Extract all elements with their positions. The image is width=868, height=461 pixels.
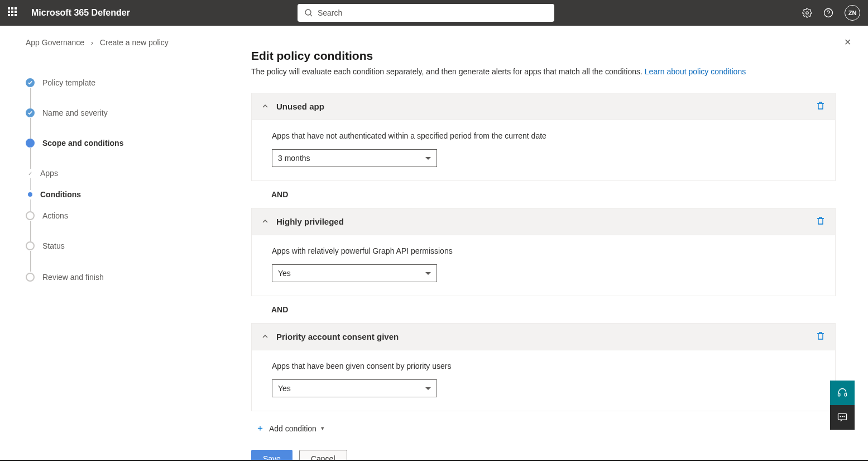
condition-value-select[interactable]: Yes [272, 264, 437, 282]
feedback-icon[interactable] [830, 405, 855, 430]
condition-highly-privileged: Highly privileged Apps with relatively p… [251, 208, 836, 296]
search-icon [304, 8, 313, 17]
condition-priority-consent: Priority account consent given Apps that… [251, 323, 836, 411]
and-separator: AND [251, 181, 836, 208]
svg-point-0 [305, 9, 311, 15]
learn-link[interactable]: Learn about policy conditions [645, 67, 746, 76]
condition-body: Apps that have not authenticated within … [252, 120, 835, 180]
breadcrumb-parent[interactable]: App Governance [26, 38, 84, 47]
step-sub-conditions[interactable]: Conditions [26, 190, 215, 211]
side-float-buttons [830, 381, 855, 430]
step-label: Review and finish [42, 273, 104, 282]
chevron-right-icon: › [91, 39, 93, 47]
delete-icon[interactable] [816, 216, 825, 227]
delete-icon[interactable] [816, 101, 825, 112]
edit-conditions-panel: ✕ Edit policy conditions The policy will… [234, 26, 868, 461]
svg-point-9 [842, 416, 843, 417]
top-header: Microsoft 365 Defender ZN [0, 0, 868, 26]
headset-icon[interactable] [830, 381, 855, 405]
svg-line-1 [310, 15, 312, 16]
condition-desc: Apps with relatively powerful Graph API … [272, 246, 815, 255]
chevron-up-icon[interactable] [262, 102, 268, 111]
settings-icon[interactable] [802, 8, 812, 18]
panel-description: The policy will evaluate each condition … [251, 67, 836, 76]
condition-title: Priority account consent given [276, 332, 399, 341]
help-icon[interactable] [823, 8, 833, 18]
step-label: Name and severity [42, 108, 108, 117]
search-wrap [298, 4, 554, 22]
breadcrumb-current: Create a new policy [100, 38, 169, 47]
step-label: Policy template [42, 78, 95, 87]
app-title: Microsoft 365 Defender [31, 8, 130, 18]
save-button[interactable]: Save [251, 450, 292, 461]
condition-title: Unused app [276, 102, 324, 111]
panel-footer: Save Cancel [251, 450, 836, 461]
condition-unused-app: Unused app Apps that have not authentica… [251, 93, 836, 181]
app-launcher-icon[interactable] [8, 7, 19, 18]
select-value: Yes [278, 384, 291, 393]
svg-rect-5 [838, 393, 840, 396]
add-condition-button[interactable]: ＋ Add condition ▾ [251, 422, 836, 434]
condition-header[interactable]: Unused app [252, 93, 835, 120]
step-label: Status [42, 241, 65, 250]
step-label: Actions [42, 211, 68, 220]
chevron-up-icon[interactable] [262, 332, 268, 341]
condition-body: Apps with relatively powerful Graph API … [252, 235, 835, 296]
step-scope-conditions[interactable]: Scope and conditions [26, 139, 215, 169]
cancel-button[interactable]: Cancel [299, 450, 347, 461]
avatar[interactable]: ZN [845, 5, 860, 21]
condition-header[interactable]: Priority account consent given [252, 324, 835, 350]
panel-description-text: The policy will evaluate each condition … [251, 67, 645, 76]
step-label: Apps [40, 169, 58, 178]
step-status[interactable]: Status [26, 241, 215, 272]
header-right: ZN [802, 5, 860, 21]
svg-point-2 [806, 12, 809, 15]
condition-title: Highly privileged [276, 217, 344, 226]
step-name-severity[interactable]: Name and severity [26, 108, 215, 139]
delete-icon[interactable] [816, 331, 825, 342]
policy-stepper: Policy template Name and severity Scope … [26, 78, 215, 283]
condition-body: Apps that have been given consent by pri… [252, 350, 835, 411]
plus-icon: ＋ [256, 422, 265, 434]
step-label: Scope and conditions [42, 139, 123, 148]
condition-desc: Apps that have been given consent by pri… [272, 362, 815, 370]
step-policy-template[interactable]: Policy template [26, 78, 215, 108]
close-icon[interactable]: ✕ [844, 37, 851, 47]
step-actions[interactable]: Actions [26, 211, 215, 241]
search-input[interactable] [298, 4, 554, 22]
panel-title: Edit policy conditions [251, 49, 836, 63]
condition-header[interactable]: Highly privileged [252, 208, 835, 235]
svg-point-8 [840, 416, 841, 417]
condition-desc: Apps that have not authenticated within … [272, 131, 815, 140]
and-separator: AND [251, 296, 836, 323]
condition-value-select[interactable]: Yes [272, 379, 437, 397]
chevron-down-icon: ▾ [321, 425, 324, 432]
add-condition-label: Add condition [269, 424, 316, 433]
svg-point-3 [824, 9, 833, 17]
condition-value-select[interactable]: 3 months [272, 149, 437, 167]
select-value: Yes [278, 269, 291, 278]
select-value: 3 months [278, 154, 310, 163]
step-label: Conditions [40, 190, 81, 199]
step-sub-apps[interactable]: Apps [26, 169, 215, 190]
step-review-finish[interactable]: Review and finish [26, 272, 215, 283]
svg-point-10 [844, 416, 845, 417]
chevron-up-icon[interactable] [262, 217, 268, 226]
svg-rect-6 [845, 393, 846, 396]
